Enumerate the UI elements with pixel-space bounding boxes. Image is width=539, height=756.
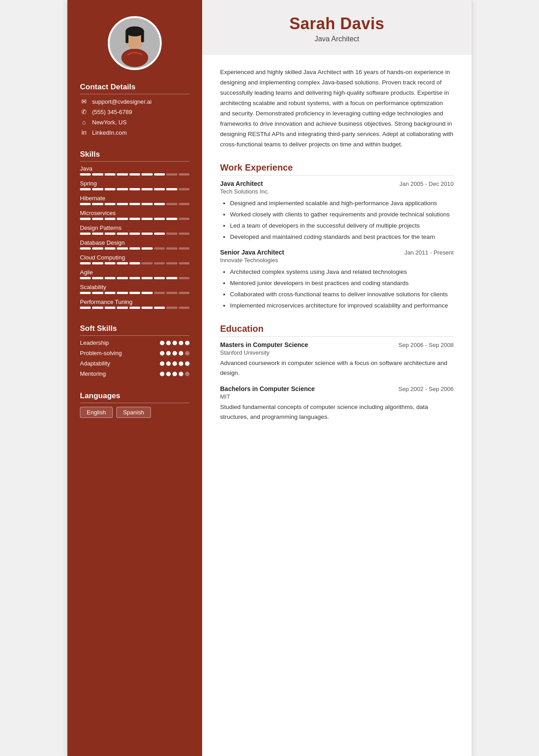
skill-dot bbox=[166, 351, 171, 356]
soft-skills-list: Leadership Problem-solving Adaptability … bbox=[80, 339, 190, 377]
languages-section: Languages EnglishSpanish bbox=[67, 391, 202, 418]
skill-segment bbox=[80, 262, 91, 264]
skill-name: Agile bbox=[80, 269, 190, 276]
contact-section: Contact Details ✉ support@cvdesigner.ai … bbox=[67, 83, 202, 139]
skill-dot bbox=[185, 361, 190, 366]
soft-skills-section: Soft Skills Leadership Problem-solving A… bbox=[67, 324, 202, 381]
skill-segment bbox=[179, 188, 190, 190]
skill-segment bbox=[141, 218, 152, 220]
skill-segment bbox=[129, 188, 140, 190]
skill-item: Microservices bbox=[80, 210, 190, 220]
phone-value: (555) 345-6789 bbox=[92, 109, 132, 115]
skill-segment bbox=[166, 292, 177, 294]
skill-dot bbox=[160, 372, 164, 376]
skill-bar bbox=[80, 247, 190, 250]
edu-school: Stanford University bbox=[220, 349, 454, 356]
skill-dot bbox=[179, 341, 183, 345]
skill-segment bbox=[80, 247, 91, 250]
skills-section: Skills Java Spring Hibernate Microservic… bbox=[67, 150, 202, 313]
main-body: Experienced and highly skilled Java Arch… bbox=[202, 55, 472, 435]
soft-skills-title: Soft Skills bbox=[80, 324, 190, 336]
skill-name: Microservices bbox=[80, 210, 190, 216]
skill-segment bbox=[154, 307, 165, 309]
soft-skill-name: Leadership bbox=[80, 339, 109, 346]
skills-title: Skills bbox=[80, 150, 190, 162]
skill-bar bbox=[80, 173, 190, 176]
skill-dot bbox=[179, 351, 183, 356]
skill-segment bbox=[117, 218, 128, 220]
skill-bar bbox=[80, 203, 190, 205]
job-company: Innovate Technologies bbox=[220, 257, 454, 264]
skill-segment bbox=[179, 262, 190, 264]
edu-description: Studied fundamental concepts of computer… bbox=[220, 402, 454, 422]
skill-segment bbox=[105, 203, 115, 205]
skill-segment bbox=[179, 307, 190, 309]
skill-segment bbox=[166, 218, 177, 220]
skill-segment bbox=[179, 233, 190, 235]
location-icon: ⌂ bbox=[80, 119, 88, 126]
skill-segment bbox=[129, 262, 140, 264]
job-date: Jan 2005 - Dec 2010 bbox=[399, 180, 454, 187]
email-icon: ✉ bbox=[80, 98, 88, 105]
skill-item: Cloud Computing bbox=[80, 254, 190, 264]
job-title: Java Architect bbox=[220, 180, 263, 187]
skill-bar bbox=[80, 218, 190, 220]
skill-dot bbox=[172, 361, 177, 366]
skill-segment bbox=[179, 277, 190, 279]
language-tag: Spanish bbox=[116, 407, 151, 418]
skill-name: Database Design bbox=[80, 239, 190, 246]
skill-segment bbox=[80, 188, 91, 190]
svg-rect-5 bbox=[141, 31, 144, 42]
edu-degree: Masters in Computer Science bbox=[220, 341, 308, 348]
skill-segment bbox=[92, 247, 103, 250]
job-bullet: Designed and implemented scalable and hi… bbox=[230, 198, 454, 208]
skill-segment bbox=[80, 307, 91, 309]
skill-segment bbox=[179, 292, 190, 294]
skill-segment bbox=[141, 292, 152, 294]
linkedin-icon: in bbox=[80, 129, 88, 136]
summary-text: Experienced and highly skilled Java Arch… bbox=[220, 67, 454, 150]
skill-segment bbox=[154, 247, 165, 250]
skill-segment bbox=[166, 277, 177, 279]
soft-skill-item: Adaptability bbox=[80, 360, 190, 367]
skill-segment bbox=[92, 233, 103, 235]
skill-item: Hibernate bbox=[80, 195, 190, 205]
skill-dot bbox=[172, 341, 177, 345]
skill-segment bbox=[80, 292, 91, 294]
skill-segment bbox=[129, 247, 140, 250]
job-bullets: Architected complex systems using Java a… bbox=[220, 267, 454, 311]
skill-name: Java bbox=[80, 165, 190, 172]
skill-segment bbox=[92, 218, 103, 220]
job-company: Tech Solutions Inc. bbox=[220, 188, 454, 195]
skill-name: Cloud Computing bbox=[80, 254, 190, 261]
job-header: Senior Java Architect Jan 2011 - Present bbox=[220, 249, 454, 256]
skill-segment bbox=[117, 173, 128, 176]
skill-bar bbox=[80, 307, 190, 309]
education-section: Education Masters in Computer Science Se… bbox=[220, 324, 454, 422]
skill-segment bbox=[141, 188, 152, 190]
skill-segment bbox=[80, 218, 91, 220]
skills-list: Java Spring Hibernate Microservices Desi… bbox=[80, 165, 190, 309]
skill-segment bbox=[154, 233, 165, 235]
education-entry: Masters in Computer Science Sep 2006 - S… bbox=[220, 341, 454, 378]
skill-segment bbox=[105, 277, 115, 279]
job-bullet: Developed and maintained coding standard… bbox=[230, 232, 454, 242]
skill-segment bbox=[141, 233, 152, 235]
work-experience-title: Work Experience bbox=[220, 163, 454, 176]
skill-segment bbox=[154, 277, 165, 279]
skill-segment bbox=[105, 173, 115, 176]
skill-segment bbox=[166, 233, 177, 235]
job-bullet: Collaborated with cross-functional teams… bbox=[230, 290, 454, 299]
skill-segment bbox=[92, 203, 103, 205]
skill-segment bbox=[105, 247, 115, 250]
soft-skill-name: Mentoring bbox=[80, 370, 106, 377]
job-bullet: Architected complex systems using Java a… bbox=[230, 267, 454, 277]
skill-segment bbox=[92, 307, 103, 309]
avatar-section bbox=[67, 0, 202, 83]
skill-dot bbox=[172, 351, 177, 356]
email-value: support@cvdesigner.ai bbox=[92, 98, 151, 105]
skill-segment bbox=[141, 203, 152, 205]
skill-dot bbox=[185, 341, 190, 345]
soft-skill-name: Adaptability bbox=[80, 360, 110, 367]
skill-name: Scalability bbox=[80, 284, 190, 290]
